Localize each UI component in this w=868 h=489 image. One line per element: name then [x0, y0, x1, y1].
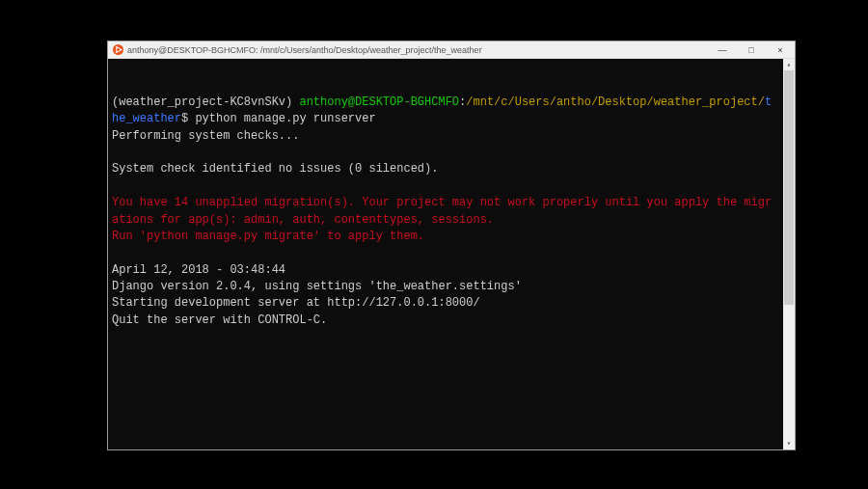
cwd-first: /mnt/c/Users/antho/Desktop/weather_proje… — [466, 95, 765, 109]
maximize-button[interactable]: □ — [737, 41, 766, 58]
prompt-symbol: $ — [181, 112, 195, 125]
svg-point-3 — [116, 46, 118, 48]
output-quit-hint: Quit the server with CONTROL-C. — [112, 313, 327, 327]
titlebar[interactable]: anthony@DESKTOP-BGHCMFO: /mnt/c/Users/an… — [108, 41, 795, 59]
venv-name: (weather_project-KC8vnSKv) — [112, 95, 299, 109]
output-django-version: Django version 2.0.4, using settings 'th… — [112, 280, 522, 293]
command-text: python manage.py runserver — [195, 112, 375, 125]
output-server-url: Starting development server at http://12… — [112, 296, 480, 310]
minimize-button[interactable]: — — [708, 41, 737, 58]
ubuntu-icon — [112, 44, 123, 56]
terminal-body[interactable]: (weather_project-KC8vnSKv) anthony@DESKT… — [108, 59, 795, 449]
terminal-window: anthony@DESKTOP-BGHCMFO: /mnt/c/Users/an… — [107, 41, 796, 450]
migration-warning: Run 'python manage.py migrate' to apply … — [112, 230, 424, 243]
output-timestamp: April 12, 2018 - 03:48:44 — [112, 263, 285, 277]
output-line: System check identified no issues (0 sil… — [112, 162, 438, 176]
svg-point-4 — [116, 51, 118, 53]
scroll-up-arrow-icon[interactable]: ▴ — [783, 59, 795, 70]
window-title: anthony@DESKTOP-BGHCMFO: /mnt/c/Users/an… — [127, 45, 708, 55]
terminal-content: (weather_project-KC8vnSKv) anthony@DESKT… — [112, 95, 791, 329]
scrollbar[interactable]: ▴ ▾ — [783, 59, 795, 449]
close-button[interactable]: × — [766, 41, 795, 58]
user-host: anthony@DESKTOP-BGHCMFO — [299, 95, 459, 109]
scrollbar-thumb[interactable] — [784, 70, 794, 305]
window-controls: — □ × — [708, 41, 795, 58]
output-line: Performing system checks... — [112, 129, 299, 143]
svg-point-2 — [120, 49, 122, 51]
migration-warning: You have 14 unapplied migration(s). Your… — [112, 196, 772, 226]
scroll-down-arrow-icon[interactable]: ▾ — [783, 438, 795, 449]
